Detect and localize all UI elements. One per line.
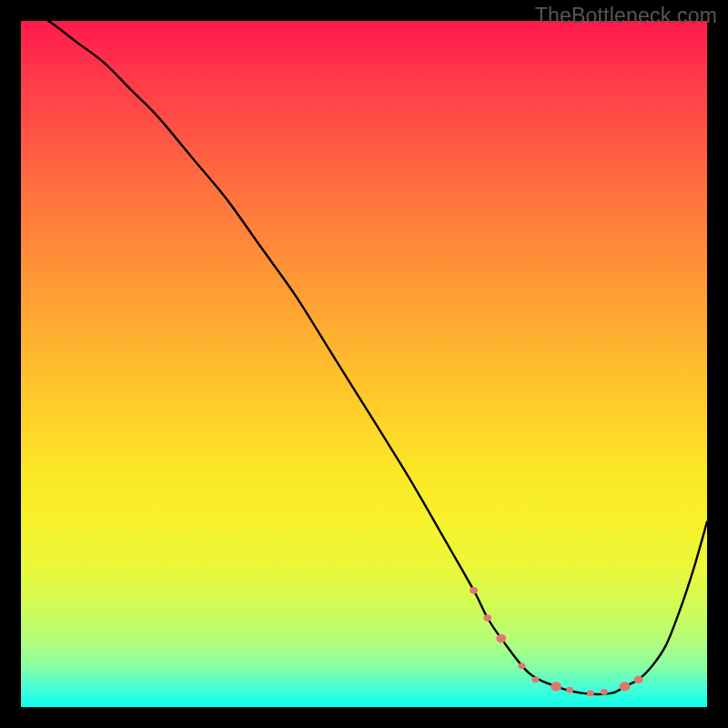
highlight-marker: [601, 689, 608, 695]
watermark-text: TheBottleneck.com: [535, 4, 717, 28]
highlight-marker: [620, 682, 631, 691]
highlight-marker: [587, 691, 594, 697]
highlight-marker: [470, 587, 478, 594]
highlight-marker: [496, 634, 506, 642]
highlight-marker: [518, 662, 525, 669]
plot-area: [21, 21, 707, 707]
highlight-marker: [551, 682, 561, 691]
curve-layer: [21, 21, 707, 707]
highlight-marker: [634, 676, 643, 684]
highlight-marker: [483, 614, 491, 622]
marker-group: [470, 587, 643, 696]
highlight-marker: [532, 676, 540, 682]
chart-frame: TheBottleneck.com: [0, 0, 728, 728]
bottleneck-curve: [21, 21, 707, 694]
highlight-marker: [566, 687, 573, 693]
